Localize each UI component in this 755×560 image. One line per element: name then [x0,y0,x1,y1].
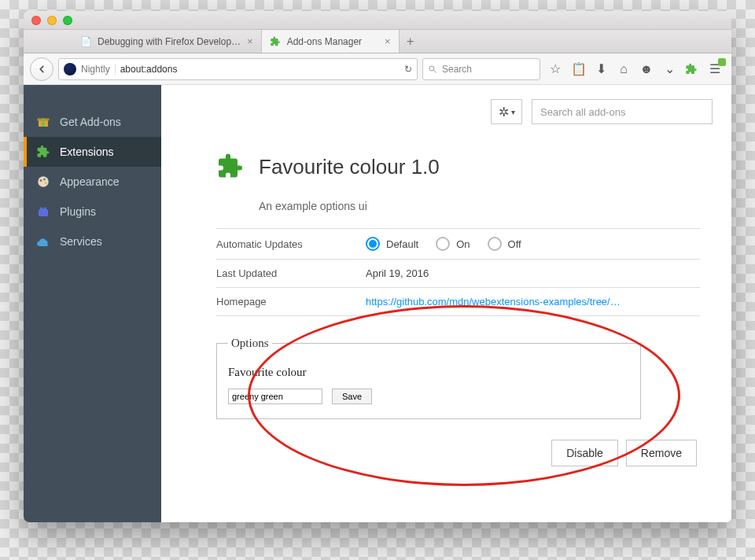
tab-close-icon[interactable]: × [385,35,391,47]
label: Plugins [60,205,96,218]
sidebar-item-extensions[interactable]: Extensions [24,137,161,167]
homepage-link[interactable]: https://github.com/mdn/webextensions-exa… [366,296,621,308]
svg-point-10 [40,208,42,210]
cloud-icon [36,234,50,249]
row-homepage: Homepage https://github.com/mdn/webexten… [216,287,700,316]
options-legend: Options [228,337,272,350]
svg-point-6 [40,179,42,182]
addons-main: ✲ ▾ Favourite colour 1.0 An example opti… [161,85,731,522]
page-icon: 📄 [80,36,91,47]
close-window-button[interactable] [31,16,41,25]
addon-detail: Favourite colour 1.0 An example options … [161,124,731,466]
sidebar-item-services[interactable]: Services [24,227,161,256]
radio-icon [436,237,450,251]
chevron-down-icon: ▾ [511,108,515,116]
options-panel: Options Favourite colour Save [216,337,641,419]
downloads-icon[interactable]: ⬇ [594,61,608,76]
svg-rect-9 [39,209,48,216]
pocket-icon[interactable]: ⌄ [662,61,676,76]
sidebar-item-appearance[interactable]: Appearance [24,167,161,197]
addons-topbar: ✲ ▾ [161,85,731,124]
clipboard-icon[interactable]: 📋 [571,61,585,76]
bookmark-star-icon[interactable]: ☆ [548,61,562,76]
search-placeholder: Search [442,64,472,75]
addon-title: Favourite colour 1.0 [259,155,440,179]
titlebar [24,11,731,30]
home-icon[interactable]: ⌂ [617,62,631,76]
reload-icon[interactable]: ↻ [404,64,412,75]
svg-point-7 [43,179,46,181]
search-bar[interactable]: Search [422,58,540,80]
content-area: Get Add-ons Extensions Appearance Plugin… [24,85,731,522]
svg-point-5 [38,176,49,187]
svg-point-11 [44,208,46,210]
back-button[interactable] [30,57,53,81]
radio-on[interactable]: On [436,237,470,251]
row-label: Automatic Updates [216,238,366,250]
label: Get Add-ons [60,116,121,128]
addons-sidebar: Get Add-ons Extensions Appearance Plugin… [24,85,161,522]
palette-icon [36,175,50,189]
sidebar-item-plugins[interactable]: Plugins [24,197,161,227]
tab-debugging[interactable]: 📄 Debugging with Firefox Develop… × [72,30,262,53]
tab-label: Debugging with Firefox Develop… [98,36,241,47]
lego-icon [36,204,50,219]
favourite-colour-input[interactable] [228,389,322,404]
gear-icon: ✲ [499,105,509,120]
svg-rect-4 [42,119,45,127]
tools-menu-button[interactable]: ✲ ▾ [491,99,522,124]
url-bar[interactable]: Nightly about:addons ↻ [58,58,418,80]
zoom-window-button[interactable] [63,16,72,25]
radio-default[interactable]: Default [366,237,418,251]
arrow-left-icon [36,64,47,75]
addons-search-input[interactable] [532,99,713,124]
browser-window: 📄 Debugging with Firefox Develop… × Add-… [24,11,731,522]
svg-point-0 [429,66,434,71]
tab-label: Add-ons Manager [287,36,362,47]
label: Services [60,235,102,248]
puzzle-icon [270,36,281,47]
box-icon [36,115,50,129]
addon-icon [216,153,245,181]
addon-description: An example options ui [259,200,700,212]
radio-icon [366,237,380,251]
new-tab-button[interactable]: + [400,30,422,53]
menu-button[interactable]: ☰ [708,61,722,76]
sidebar-item-get-addons[interactable]: Get Add-ons [24,107,161,137]
url-text: about:addons [120,64,178,75]
tab-addons-manager[interactable]: Add-ons Manager × [262,30,400,53]
svg-point-8 [45,182,47,184]
row-automatic-updates: Automatic Updates Default On Off [216,228,700,259]
disable-button[interactable]: Disable [551,440,618,466]
option-field-label: Favourite colour [228,366,629,379]
identity-label: Nightly [81,64,116,75]
tab-strip: 📄 Debugging with Firefox Develop… × Add-… [24,30,731,53]
svg-line-1 [434,70,436,72]
tab-close-icon[interactable]: × [247,35,253,47]
search-icon [428,64,437,74]
navigation-toolbar: Nightly about:addons ↻ Search ☆ 📋 ⬇ ⌂ ☻ … [24,53,731,85]
smiley-icon[interactable]: ☻ [639,62,654,76]
addon-puzzle-icon[interactable] [685,63,699,76]
nightly-icon [64,63,76,76]
minimize-window-button[interactable] [47,16,57,25]
window-controls [31,16,72,25]
radio-off[interactable]: Off [488,237,521,251]
label: Extensions [60,146,113,158]
row-label: Last Updated [216,267,366,279]
remove-button[interactable]: Remove [626,440,697,466]
puzzle-icon [36,145,50,159]
save-button[interactable]: Save [332,389,372,404]
notification-badge [718,58,726,66]
label: Appearance [60,175,120,188]
toolbar-icons: ☆ 📋 ⬇ ⌂ ☻ ⌄ ☰ [545,61,725,76]
row-last-updated: Last Updated April 19, 2016 [216,259,700,287]
row-value: April 19, 2016 [366,267,429,279]
row-label: Homepage [216,296,366,308]
radio-icon [488,237,502,251]
